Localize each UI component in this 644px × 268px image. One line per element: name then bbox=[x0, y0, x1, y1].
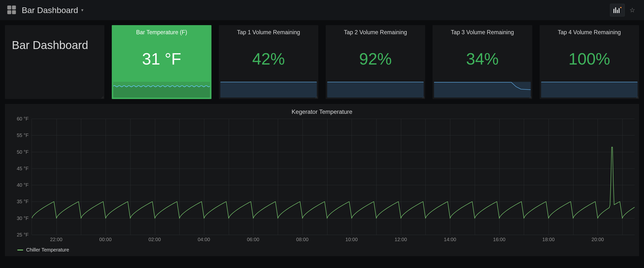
stat-value: 92% bbox=[326, 36, 425, 82]
dashboard-grid-icon[interactable] bbox=[7, 5, 16, 15]
panel-title: Tap 1 Volume Remaining bbox=[219, 25, 318, 36]
panel-title: Bar Temperature (F) bbox=[112, 25, 211, 36]
sparkline bbox=[220, 82, 317, 98]
header-right: ☆ bbox=[610, 4, 637, 16]
legend-label: Chiller Temperature bbox=[26, 247, 69, 253]
panel-title: Tap 4 Volume Remaining bbox=[540, 25, 639, 36]
chart-title: Kegerator Temperature bbox=[10, 106, 634, 119]
top-bar: Bar Dashboard ▾ ☆ bbox=[0, 0, 644, 20]
chart-legend[interactable]: Chiller Temperature bbox=[17, 245, 634, 253]
stat-row: Bar Dashboard Bar Temperature (F) 31 °F … bbox=[5, 25, 639, 99]
chevron-down-icon: ▾ bbox=[81, 7, 84, 13]
svg-rect-9 bbox=[620, 7, 621, 8]
plot-area bbox=[32, 119, 634, 235]
dashboard-title-dropdown[interactable]: Bar Dashboard ▾ bbox=[22, 5, 84, 15]
chart-body: 60 °F55 °F50 °F45 °F40 °F35 °F30 °F25 °F bbox=[10, 119, 634, 235]
title-panel-text: Bar Dashboard bbox=[5, 25, 104, 52]
title-panel[interactable]: Bar Dashboard bbox=[5, 25, 104, 99]
sparkline bbox=[541, 82, 638, 98]
panel-grid: Bar Dashboard Bar Temperature (F) 31 °F … bbox=[0, 20, 644, 256]
svg-rect-5 bbox=[615, 7, 616, 13]
stat-value: 34% bbox=[432, 36, 532, 82]
legend-color-swatch bbox=[17, 250, 23, 251]
stat-value: 100% bbox=[540, 36, 639, 82]
chart-line bbox=[32, 119, 634, 235]
svg-rect-3 bbox=[12, 10, 16, 14]
sparkline bbox=[434, 82, 530, 98]
tap-2-panel[interactable]: Tap 2 Volume Remaining 92% bbox=[326, 25, 425, 99]
add-panel-button[interactable] bbox=[610, 4, 625, 16]
resize-handle-icon[interactable] bbox=[421, 95, 425, 99]
x-axis: 22:0000:0002:0004:0006:0008:0010:0012:00… bbox=[32, 235, 634, 245]
svg-rect-7 bbox=[618, 8, 620, 13]
star-dashboard-button[interactable]: ☆ bbox=[627, 4, 637, 16]
panel-title: Tap 3 Volume Remaining bbox=[432, 25, 532, 36]
y-axis: 60 °F55 °F50 °F45 °F40 °F35 °F30 °F25 °F bbox=[10, 119, 32, 235]
dashboard-title-text: Bar Dashboard bbox=[22, 5, 78, 15]
svg-rect-0 bbox=[8, 5, 11, 9]
resize-handle-icon[interactable] bbox=[208, 95, 211, 99]
panel-title: Tap 2 Volume Remaining bbox=[326, 25, 425, 36]
bar-temperature-panel[interactable]: Bar Temperature (F) 31 °F bbox=[112, 25, 211, 99]
kegerator-temperature-panel[interactable]: Kegerator Temperature 60 °F55 °F50 °F45 … bbox=[5, 104, 639, 256]
svg-rect-4 bbox=[614, 9, 614, 13]
header-left: Bar Dashboard ▾ bbox=[7, 5, 84, 15]
sparkline bbox=[327, 82, 424, 98]
stat-value: 31 °F bbox=[112, 36, 211, 82]
resize-handle-icon[interactable] bbox=[528, 95, 532, 99]
star-icon: ☆ bbox=[630, 6, 635, 14]
svg-rect-2 bbox=[8, 10, 11, 14]
resize-handle-icon[interactable] bbox=[314, 95, 318, 99]
svg-rect-1 bbox=[12, 5, 16, 9]
resize-handle-icon[interactable] bbox=[635, 95, 638, 99]
tap-1-panel[interactable]: Tap 1 Volume Remaining 42% bbox=[219, 25, 318, 99]
sparkline bbox=[113, 82, 210, 98]
svg-rect-6 bbox=[617, 10, 618, 13]
tap-4-panel[interactable]: Tap 4 Volume Remaining 100% bbox=[540, 25, 639, 99]
resize-handle-icon[interactable] bbox=[100, 95, 104, 99]
stat-value: 42% bbox=[219, 36, 318, 82]
tap-3-panel[interactable]: Tap 3 Volume Remaining 34% bbox=[432, 25, 532, 99]
